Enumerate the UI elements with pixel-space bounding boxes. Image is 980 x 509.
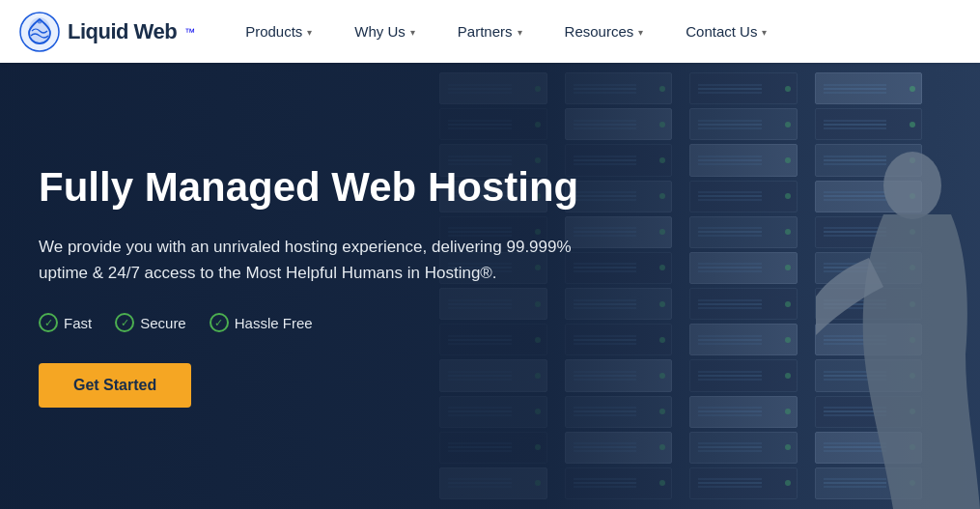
- logo-icon: [19, 12, 60, 52]
- person-silhouette: [816, 142, 980, 509]
- badge-secure: ✓ Secure: [115, 313, 186, 332]
- brand-name: Liquid Web: [68, 19, 177, 44]
- chevron-down-icon: ▾: [307, 27, 312, 38]
- svg-point-2: [38, 18, 42, 23]
- nav-link-products[interactable]: Products ▾: [224, 0, 333, 63]
- nav-link-resources[interactable]: Resources ▾: [544, 0, 665, 63]
- nav-link-contact[interactable]: Contact Us ▾: [664, 0, 788, 63]
- hero-person: [806, 121, 980, 509]
- chevron-down-icon: ▾: [638, 27, 643, 38]
- badge-fast: ✓ Fast: [39, 313, 92, 332]
- check-icon-secure: ✓: [115, 313, 134, 332]
- check-icon-hassle-free: ✓: [210, 313, 229, 332]
- nav-item-contact: Contact Us ▾: [664, 0, 788, 63]
- badge-hassle-free: ✓ Hassle Free: [210, 313, 313, 332]
- svg-point-3: [883, 152, 941, 219]
- hero-title: Fully Managed Web Hosting: [39, 164, 695, 211]
- nav-link-why-us[interactable]: Why Us ▾: [333, 0, 436, 63]
- nav-item-resources: Resources ▾: [544, 0, 665, 63]
- check-icon-fast: ✓: [39, 313, 58, 332]
- brand-trademark: ™: [184, 26, 195, 38]
- nav-item-partners: Partners ▾: [436, 0, 544, 63]
- chevron-down-icon: ▾: [762, 27, 767, 38]
- chevron-down-icon: ▾: [410, 27, 415, 38]
- hero-content: Fully Managed Web Hosting We provide you…: [39, 63, 695, 509]
- get-started-button[interactable]: Get Started: [39, 363, 191, 408]
- hero-section: Fully Managed Web Hosting We provide you…: [0, 63, 980, 509]
- navbar: Liquid Web™ Products ▾ Why Us ▾ Partners…: [0, 0, 980, 63]
- nav-menu: Products ▾ Why Us ▾ Partners ▾ Resources: [224, 0, 961, 63]
- nav-item-why-us: Why Us ▾: [333, 0, 436, 63]
- logo[interactable]: Liquid Web™: [19, 12, 195, 52]
- nav-link-partners[interactable]: Partners ▾: [436, 0, 544, 63]
- chevron-down-icon: ▾: [518, 27, 522, 38]
- hero-badges: ✓ Fast ✓ Secure ✓ Hassle Free: [39, 313, 695, 332]
- nav-item-products: Products ▾: [224, 0, 333, 63]
- hero-subtitle: We provide you with an unrivaled hosting…: [39, 234, 599, 286]
